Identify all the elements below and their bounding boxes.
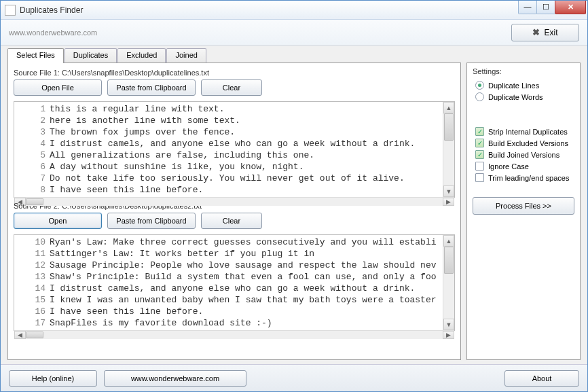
check-option-2[interactable]: Build Joined Versions: [475, 150, 574, 159]
source2-hscrollbar[interactable]: ◀ ▶: [14, 330, 454, 339]
check-option-3[interactable]: Ignore Case: [475, 162, 574, 171]
footer: Help (online) www.wonderwebware.com Abou…: [1, 364, 587, 391]
titlebar: Duplicates Finder — ☐ ✕: [1, 1, 587, 20]
scroll-thumb[interactable]: [444, 247, 454, 274]
app-icon: [5, 5, 16, 16]
check-option-1[interactable]: Build Excluded Versions: [475, 139, 574, 147]
tabs: Select Files Duplicates Excluded Joined: [7, 48, 461, 63]
source1-gutter: 1 2 3 4 5 6 7 8: [14, 103, 50, 196]
check-label: Build Joined Versions: [488, 151, 559, 159]
checkbox-icon: [475, 139, 484, 147]
close-button[interactable]: ✕: [555, 1, 586, 14]
settings-panel: Settings: Duplicate Lines Duplicate Word…: [466, 63, 581, 360]
source2-lines: Ryan's Law: Make three correct guesses c…: [50, 236, 443, 329]
checkbox-icon: [475, 173, 484, 182]
checkbox-icon: [475, 127, 484, 136]
toolbar: www.wonderwebware.com ✖ Exit: [1, 20, 587, 46]
checkbox-icon: [475, 150, 484, 159]
scroll-down-icon[interactable]: ▼: [443, 319, 454, 330]
scroll-down-icon[interactable]: ▼: [443, 185, 454, 197]
check-label: Build Excluded Versions: [488, 139, 568, 147]
check-label: Trim leading/end spaces: [488, 174, 569, 182]
scroll-up-icon[interactable]: ▲: [443, 102, 454, 113]
source2-textbox[interactable]: 10 11 12 13 14 15 16 17 Ryan's Law: Make…: [14, 234, 455, 331]
source1-clear-button[interactable]: Clear: [201, 79, 262, 96]
tab-panel-select-files: Source File 1: C:\Users\snapfiles\Deskto…: [7, 63, 461, 360]
source1-lines: this is a regular line with text. here i…: [50, 103, 443, 196]
source2-paste-button[interactable]: Paste from Clipboard: [107, 213, 196, 229]
scroll-thumb[interactable]: [444, 113, 454, 141]
exit-button[interactable]: ✖ Exit: [511, 24, 579, 41]
source2-open-button[interactable]: Open: [14, 213, 102, 229]
settings-title: Settings:: [473, 67, 574, 75]
source1-open-button[interactable]: Open File: [14, 79, 102, 96]
radio-label: Duplicate Words: [488, 93, 543, 101]
source1-vscrollbar[interactable]: ▲ ▼: [443, 102, 454, 197]
checkbox-icon: [475, 162, 484, 171]
check-option-4[interactable]: Trim leading/end spaces: [475, 173, 574, 182]
tab-duplicates[interactable]: Duplicates: [65, 48, 117, 63]
scroll-thumb[interactable]: [26, 332, 43, 338]
source1-hscrollbar[interactable]: ◀ ▶: [14, 197, 454, 206]
source1-textbox[interactable]: 1 2 3 4 5 6 7 8 this is a regular line w…: [14, 101, 455, 198]
radio-icon: [475, 92, 484, 101]
site-button[interactable]: www.wonderwebware.com: [104, 370, 246, 387]
source2-clear-button[interactable]: Clear: [201, 213, 262, 229]
check-label: Ignore Case: [488, 162, 529, 171]
maximize-button[interactable]: ☐: [536, 1, 555, 14]
toolbar-url: www.wonderwebware.com: [9, 29, 511, 37]
source1-label: Source File 1: C:\Users\snapfiles\Deskto…: [14, 69, 455, 77]
scroll-right-icon[interactable]: ▶: [443, 331, 454, 339]
source2-vscrollbar[interactable]: ▲ ▼: [443, 235, 454, 330]
process-button[interactable]: Process Files >>: [473, 197, 574, 215]
scroll-left-icon[interactable]: ◀: [14, 331, 26, 339]
check-label: Strip Internal Duplicates: [488, 128, 568, 136]
source2-gutter: 10 11 12 13 14 15 16 17: [14, 236, 50, 329]
scroll-thumb[interactable]: [26, 198, 43, 205]
radio-duplicate-lines[interactable]: Duplicate Lines: [475, 81, 574, 90]
x-icon: ✖: [532, 27, 540, 37]
check-option-0[interactable]: Strip Internal Duplicates: [475, 127, 574, 136]
radio-label: Duplicate Lines: [488, 82, 539, 90]
about-button[interactable]: About: [504, 370, 579, 387]
exit-label: Exit: [544, 28, 557, 37]
source1-paste-button[interactable]: Paste from Clipboard: [107, 79, 196, 96]
scroll-up-icon[interactable]: ▲: [443, 235, 454, 247]
help-button[interactable]: Help (online): [9, 370, 97, 387]
radio-duplicate-words[interactable]: Duplicate Words: [475, 92, 574, 101]
minimize-button[interactable]: —: [518, 1, 537, 14]
tab-joined[interactable]: Joined: [166, 48, 206, 63]
tab-select-files[interactable]: Select Files: [7, 48, 64, 63]
tab-excluded[interactable]: Excluded: [117, 48, 166, 63]
window-title: Duplicates Finder: [20, 5, 519, 15]
radio-icon: [475, 81, 484, 90]
